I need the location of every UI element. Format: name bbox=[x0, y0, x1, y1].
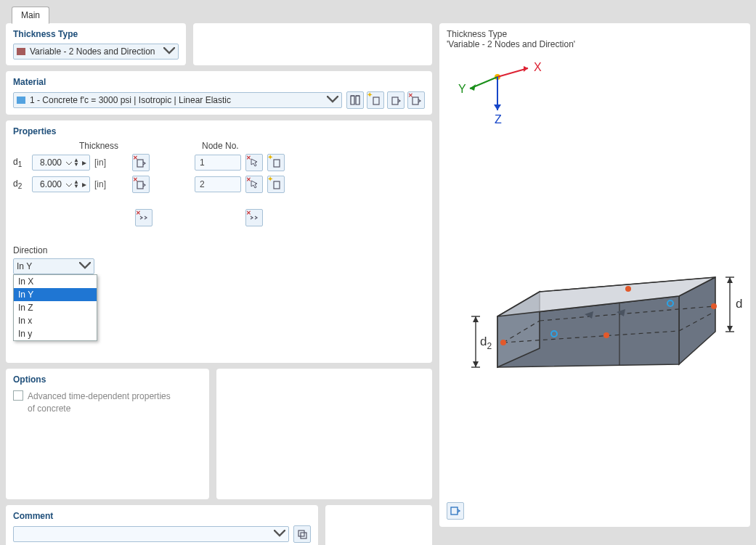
d2-label: d2 bbox=[13, 179, 28, 190]
d1-value-input[interactable]: 8.000 ▲▼ ▸ bbox=[32, 155, 90, 171]
node-header: Node No. bbox=[195, 141, 285, 151]
x-icon: ✕ bbox=[408, 92, 413, 99]
direction-option-in-y[interactable]: In Y bbox=[14, 288, 97, 301]
chevron-down-icon bbox=[274, 529, 285, 539]
star-icon: ✦ bbox=[267, 153, 273, 161]
x-icon: ✕ bbox=[133, 155, 138, 161]
options-title: Options bbox=[13, 374, 202, 385]
blank-panel-top bbox=[193, 23, 432, 65]
svg-rect-5 bbox=[274, 160, 280, 167]
svg-rect-7 bbox=[298, 530, 304, 536]
svg-marker-47 bbox=[727, 326, 733, 332]
d2-unit: [in] bbox=[94, 179, 106, 189]
svg-text:d1: d1 bbox=[736, 297, 743, 314]
svg-text:X: X bbox=[534, 61, 542, 73]
material-swatch bbox=[17, 97, 25, 104]
svg-line-10 bbox=[497, 68, 528, 77]
node-clear-all-button[interactable]: ✕ bbox=[245, 209, 263, 226]
tab-main[interactable]: Main bbox=[12, 7, 49, 24]
material-value: 1 - Concrete f'c = 3000 psi | Isotropic … bbox=[30, 95, 327, 105]
comment-extra-button[interactable] bbox=[293, 525, 311, 543]
x-icon: ✕ bbox=[133, 176, 138, 183]
d1-unit: [in] bbox=[94, 157, 106, 168]
advanced-concrete-checkbox[interactable] bbox=[13, 390, 23, 401]
play-icon[interactable]: ▸ bbox=[81, 179, 88, 189]
spinner-icon[interactable]: ▲▼ bbox=[73, 158, 81, 167]
d1-value: 8.000 bbox=[37, 157, 65, 168]
svg-rect-49 bbox=[451, 507, 458, 515]
material-dropdown[interactable]: 1 - Concrete f'c = 3000 psi | Isotropic … bbox=[13, 92, 342, 108]
svg-rect-3 bbox=[137, 160, 143, 167]
svg-text:Y: Y bbox=[458, 83, 466, 95]
material-library-button[interactable] bbox=[346, 91, 364, 109]
node2-input[interactable]: 2 bbox=[195, 176, 241, 192]
svg-point-36 bbox=[711, 303, 717, 309]
material-delete-button[interactable]: ✕ bbox=[407, 91, 425, 109]
blank-panel-options bbox=[216, 369, 432, 499]
svg-rect-0 bbox=[373, 97, 379, 105]
thickness-type-value: Variable - 2 Nodes and Direction bbox=[30, 46, 163, 57]
d2-value-input[interactable]: 6.000 ▲▼ ▸ bbox=[32, 176, 90, 192]
preview-canvas: X Y Z bbox=[447, 48, 743, 498]
svg-text:d2: d2 bbox=[480, 335, 492, 351]
svg-point-33 bbox=[500, 340, 506, 345]
thickness-header: Thickness bbox=[13, 141, 166, 151]
export-icon bbox=[450, 505, 461, 517]
node1-input[interactable]: 1 bbox=[195, 155, 241, 171]
advanced-concrete-label: Advanced time-dependent properties of co… bbox=[28, 390, 173, 415]
material-new-button[interactable]: ✦ bbox=[367, 91, 384, 109]
thickness-type-swatch bbox=[17, 48, 25, 55]
d1-label: d1 bbox=[13, 157, 28, 168]
play-icon[interactable]: ▸ bbox=[81, 157, 88, 168]
x-icon: ✕ bbox=[136, 210, 141, 216]
thickness-type-title: Thickness Type bbox=[13, 29, 179, 39]
svg-marker-17 bbox=[494, 105, 501, 110]
thickness-type-dropdown[interactable]: Variable - 2 Nodes and Direction bbox=[13, 44, 179, 60]
svg-rect-1 bbox=[392, 97, 398, 105]
comment-dropdown[interactable] bbox=[13, 526, 289, 542]
d2-value: 6.000 bbox=[37, 179, 65, 189]
chevron-down-icon bbox=[79, 261, 91, 271]
direction-option-in-z[interactable]: In Z bbox=[14, 301, 97, 314]
document-arrow-icon bbox=[390, 94, 402, 106]
material-title: Material bbox=[13, 77, 425, 87]
direction-dropdown[interactable]: In Y bbox=[13, 258, 94, 274]
svg-point-35 bbox=[625, 286, 631, 292]
preview-export-button[interactable] bbox=[447, 502, 464, 520]
copy-icon bbox=[296, 528, 308, 540]
spinner-icon[interactable]: ▲▼ bbox=[73, 180, 81, 189]
x-icon: ✕ bbox=[246, 210, 251, 216]
book-icon bbox=[349, 94, 361, 106]
direction-title: Direction bbox=[13, 245, 425, 255]
chevron-down-icon bbox=[327, 95, 338, 105]
x-icon: ✕ bbox=[246, 155, 251, 161]
svg-text:Z: Z bbox=[495, 113, 502, 126]
properties-title: Properties bbox=[13, 126, 425, 136]
direction-option-in-x[interactable]: In X bbox=[14, 275, 97, 288]
svg-marker-40 bbox=[473, 316, 479, 322]
svg-rect-6 bbox=[274, 181, 280, 189]
direction-option-in-ly[interactable]: In y bbox=[14, 327, 97, 340]
star-icon: ✦ bbox=[267, 175, 273, 183]
node1-pick-button[interactable]: ✕ bbox=[245, 154, 263, 171]
node2-pick-button[interactable]: ✕ bbox=[245, 176, 263, 193]
blank-panel-comment bbox=[325, 505, 432, 545]
preview-title: Thickness Type bbox=[447, 29, 743, 39]
direction-option-in-lx[interactable]: In x bbox=[14, 314, 97, 327]
svg-rect-4 bbox=[137, 181, 143, 189]
d2-pick-button[interactable]: ✕ bbox=[132, 176, 150, 193]
svg-rect-2 bbox=[412, 97, 418, 105]
chevron-down-icon bbox=[163, 46, 175, 57]
thickness-clear-all-button[interactable]: ✕ bbox=[135, 209, 153, 226]
direction-popup: In X In Y In Z In x In y bbox=[13, 274, 97, 341]
material-edit-button[interactable] bbox=[387, 91, 405, 109]
comment-title: Comment bbox=[13, 511, 311, 521]
node2-new-button[interactable]: ✦ bbox=[267, 176, 285, 193]
node1-new-button[interactable]: ✦ bbox=[267, 154, 285, 171]
d1-pick-button[interactable]: ✕ bbox=[132, 154, 150, 171]
chevron-down-icon bbox=[65, 179, 73, 189]
star-icon: ✦ bbox=[367, 91, 373, 99]
svg-marker-41 bbox=[473, 361, 479, 367]
chevron-down-icon bbox=[65, 157, 73, 168]
x-icon: ✕ bbox=[246, 176, 251, 183]
